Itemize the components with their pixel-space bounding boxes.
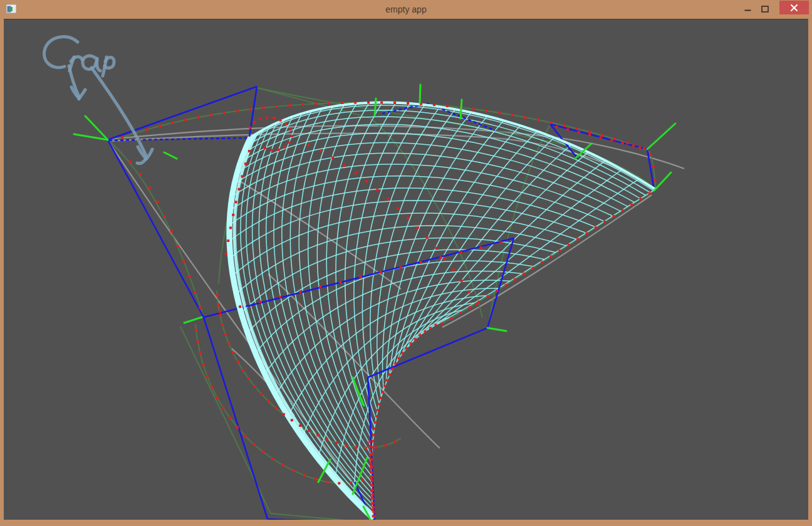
titlebar[interactable]: empty app [0, 0, 812, 19]
surface-mesh [229, 103, 655, 519]
app-icon-image [6, 4, 16, 13]
close-icon [791, 4, 798, 11]
close-button[interactable] [779, 1, 809, 14]
scene-canvas[interactable] [4, 19, 808, 520]
maximize-icon [761, 6, 769, 13]
chord-lines [108, 126, 684, 490]
window-controls [739, 0, 809, 18]
handwritten-annotation [44, 37, 152, 164]
control-polygon-lines [108, 87, 654, 520]
tangent-normal-segments [74, 85, 675, 520]
app-icon [6, 4, 16, 13]
maximize-button[interactable] [756, 0, 774, 18]
app-window: empty app [0, 0, 812, 526]
window-title: empty app [385, 0, 426, 19]
minimize-button[interactable] [739, 0, 756, 18]
3d-viewport[interactable] [4, 19, 808, 520]
minimize-icon [744, 6, 751, 13]
